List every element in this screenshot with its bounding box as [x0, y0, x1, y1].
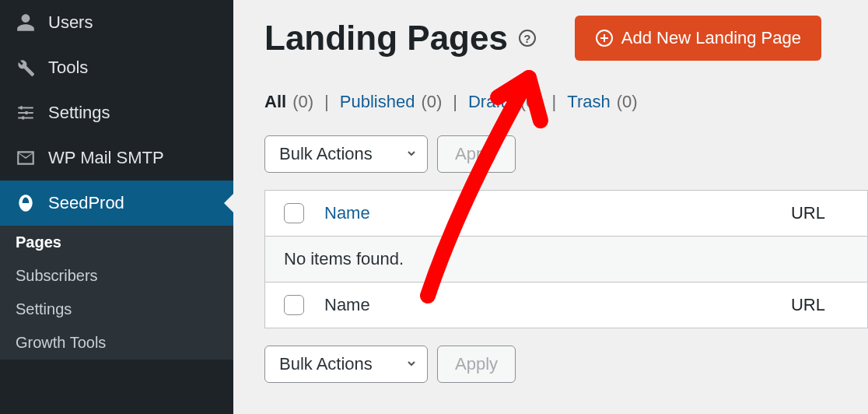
help-icon[interactable]: ?	[519, 30, 536, 47]
sidebar-submenu: Pages Subscribers Settings Growth Tools	[0, 226, 233, 360]
sidebar-item-label: Settings	[48, 103, 110, 123]
plus-circle-icon	[595, 29, 614, 47]
page-header: Landing Pages ? Add New Landing Page	[264, 16, 868, 61]
empty-text: No items found.	[284, 249, 404, 269]
seedprod-icon	[14, 191, 37, 215]
select-all-checkbox-footer[interactable]	[284, 295, 304, 315]
main-content: Landing Pages ? Add New Landing Page All…	[233, 0, 868, 414]
sliders-icon	[14, 101, 37, 125]
filter-trash-count: (0)	[617, 92, 638, 112]
filter-trash[interactable]: Trash	[567, 92, 610, 112]
bulk-select-value: Bulk Actions	[279, 144, 373, 163]
svg-point-0	[19, 106, 23, 109]
filter-drafts[interactable]: Drafts	[468, 92, 514, 112]
sidebar-item-label: SeedProd	[48, 193, 124, 213]
bulk-actions-top: Bulk Actions Apply	[264, 135, 868, 173]
sidebar-item-users[interactable]: Users	[0, 0, 233, 45]
column-footer-name: Name	[324, 295, 791, 315]
bulk-action-select[interactable]: Bulk Actions	[264, 135, 428, 173]
column-header-name[interactable]: Name	[324, 203, 791, 223]
filter-separator: |	[453, 92, 457, 112]
apply-button-bottom[interactable]: Apply	[437, 346, 516, 383]
sidebar-item-label: Users	[48, 12, 93, 33]
filter-drafts-count: (0)	[520, 92, 541, 112]
column-footer-url: URL	[791, 295, 825, 315]
mail-icon	[14, 146, 37, 170]
sidebar-item-wpmailsmtp[interactable]: WP Mail SMTP	[0, 135, 233, 181]
select-all-checkbox[interactable]	[284, 203, 304, 223]
landing-pages-table: Name URL No items found. Name URL	[264, 190, 868, 328]
apply-button[interactable]: Apply	[437, 135, 516, 173]
sidebar-item-label: Tools	[48, 58, 88, 78]
sidebar-item-tools[interactable]: Tools	[0, 45, 233, 90]
sidebar-sub-subscribers[interactable]: Subscribers	[0, 259, 233, 293]
svg-point-2	[22, 116, 25, 119]
filter-all[interactable]: All	[264, 92, 286, 112]
column-header-url[interactable]: URL	[791, 203, 825, 223]
bulk-action-select-bottom[interactable]: Bulk Actions	[264, 346, 428, 383]
admin-sidebar: Users Tools Settings WP Mail SMTP SeedPr…	[0, 0, 233, 414]
sidebar-sub-pages[interactable]: Pages	[0, 226, 233, 259]
filter-published[interactable]: Published	[340, 92, 415, 112]
chevron-down-icon	[405, 354, 418, 374]
add-new-landing-page-button[interactable]: Add New Landing Page	[575, 16, 821, 61]
sidebar-sub-growthtools[interactable]: Growth Tools	[0, 326, 233, 360]
table-footer-row: Name URL	[265, 282, 867, 328]
filter-separator: |	[324, 92, 329, 112]
table-empty-row: No items found.	[265, 237, 867, 282]
table-header-row: Name URL	[265, 191, 867, 237]
filter-published-count: (0)	[421, 92, 442, 112]
sidebar-item-seedprod[interactable]: SeedProd	[0, 181, 233, 226]
svg-point-1	[25, 111, 28, 114]
filter-separator: |	[552, 92, 557, 112]
user-icon	[14, 11, 37, 34]
bulk-select-value-bottom: Bulk Actions	[279, 354, 373, 374]
status-filters: All (0) | Published (0) | Drafts (0) | T…	[264, 92, 868, 112]
filter-all-count: (0)	[292, 92, 313, 112]
sidebar-item-label: WP Mail SMTP	[48, 148, 164, 168]
wrench-icon	[14, 56, 37, 79]
sidebar-sub-settings[interactable]: Settings	[0, 293, 233, 326]
sidebar-item-settings[interactable]: Settings	[0, 90, 233, 135]
bulk-actions-bottom: Bulk Actions Apply	[264, 346, 868, 383]
page-title-text: Landing Pages	[264, 19, 508, 58]
add-button-label: Add New Landing Page	[621, 28, 801, 48]
page-title: Landing Pages ?	[264, 19, 536, 58]
chevron-down-icon	[405, 144, 418, 164]
